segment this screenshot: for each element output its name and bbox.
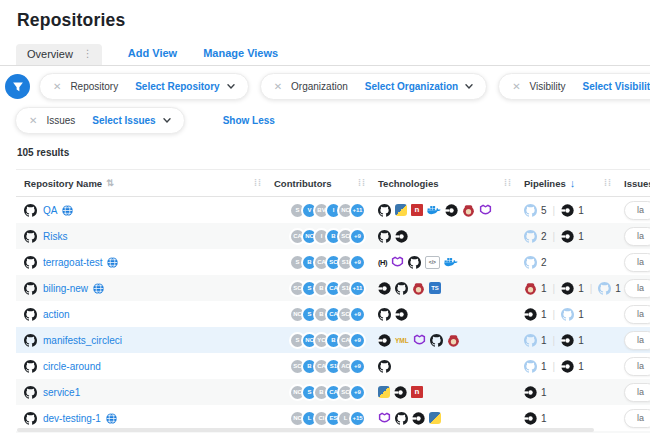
column-resize-handle[interactable]: ⁞⁞	[254, 178, 262, 188]
pipeline-separator: |	[590, 283, 593, 294]
issue-badge[interactable]: la	[624, 305, 650, 324]
pipeline-count: 1	[578, 309, 584, 320]
repo-link[interactable]: dev-testing-1	[43, 413, 101, 424]
filter-bar: ✕RepositorySelect Repository✕Organizatio…	[0, 66, 650, 134]
table-row[interactable]: actionNCSBCASC+91|1la	[16, 301, 650, 327]
repo-link[interactable]: circle-around	[43, 361, 101, 372]
horizontal-scrollbar[interactable]	[17, 428, 594, 432]
column-resize-handle[interactable]: ⁞⁞	[604, 178, 612, 188]
sort-icon[interactable]: ⇅	[106, 178, 114, 188]
remove-filter-icon[interactable]: ✕	[29, 115, 37, 126]
repo-link[interactable]: QA	[43, 205, 57, 216]
show-less-link[interactable]: Show Less	[223, 115, 275, 126]
table-row[interactable]: biling-newSCSBCAS1+11TS1|1|1la	[16, 275, 650, 301]
pipeline-entry: 1	[561, 282, 584, 295]
column-header-contrib[interactable]: Contributors⁞⁞	[266, 170, 370, 196]
yml-icon: YML	[395, 337, 409, 344]
pipeline-count: 1	[578, 205, 584, 216]
table-row[interactable]: terragoat-testSBCASCS1+9(H)</>2la	[16, 249, 650, 275]
technologies-cell	[370, 353, 516, 379]
column-resize-handle[interactable]: ⁞⁞	[358, 178, 366, 188]
remove-filter-icon[interactable]: ✕	[53, 81, 61, 92]
contributors-cell: SBCASCS1+9	[266, 249, 370, 275]
column-header-repo[interactable]: Repository Name⇅⁞⁞	[16, 170, 266, 196]
circleci-icon	[524, 386, 537, 399]
avatar-overflow: +9	[349, 254, 366, 271]
repositories-page: Repositories Overview ⋮ Add View Manage …	[0, 0, 650, 433]
issue-badge[interactable]: la	[624, 409, 650, 428]
pipelines-cell: 1	[516, 379, 616, 405]
avatar-stack: NCLCIESL+15	[274, 410, 370, 427]
table-row[interactable]: manifests_circleciSNCYCBCA+9YML1|1la	[16, 327, 650, 353]
issue-badge[interactable]: la	[624, 331, 650, 350]
avatar-overflow: +9	[349, 384, 366, 401]
pipeline-entry: 1	[524, 334, 547, 347]
technologies-cell: n	[370, 197, 516, 223]
chevron-down-icon[interactable]	[163, 118, 171, 123]
issues-cell: la	[616, 197, 650, 223]
filter-pill-organization: ✕OrganizationSelect Organization	[260, 73, 487, 100]
contributors-cell: NCSBCASC+9	[266, 379, 370, 405]
column-header-tech[interactable]: Technologies⁞⁞	[370, 170, 516, 196]
actions-icon	[524, 360, 537, 373]
tab-overview[interactable]: Overview ⋮	[16, 44, 102, 65]
pipeline-separator: |	[553, 309, 556, 320]
table-header: Repository Name⇅⁞⁞Contributors⁞⁞Technolo…	[16, 169, 650, 197]
column-header-pipe[interactable]: Pipelines↓⁞⁞	[516, 170, 616, 196]
avatar-overflow: +11	[349, 202, 366, 219]
avatar-stack: SBCASCS1+9	[274, 254, 370, 271]
circleci-icon	[561, 230, 574, 243]
chevron-down-icon[interactable]	[465, 84, 473, 89]
circleci-icon	[395, 230, 408, 243]
table-row[interactable]: service1NCSBCASC+9n1la	[16, 379, 650, 405]
travis-icon	[412, 282, 425, 295]
repo-cell: biling-new	[16, 275, 266, 301]
pipeline-separator: |	[553, 361, 556, 372]
repo-link[interactable]: action	[43, 309, 70, 320]
issue-badge[interactable]: la	[624, 227, 650, 246]
repo-link[interactable]: terragoat-test	[43, 257, 102, 268]
issue-badge[interactable]: la	[624, 279, 650, 298]
table-row[interactable]: RisksCANCIBSC+92|1la	[16, 223, 650, 249]
chevron-down-icon[interactable]	[227, 84, 235, 89]
filter-funnel-icon[interactable]	[5, 74, 30, 99]
filter-select[interactable]: Select Issues	[92, 115, 155, 126]
filter-select[interactable]: Select Organization	[365, 81, 458, 92]
repo-link[interactable]: manifests_circleci	[43, 335, 122, 346]
npm-icon: n	[411, 386, 423, 398]
manage-views-link[interactable]: Manage Views	[203, 47, 278, 65]
contributors-cell: SNCYCBCA+9	[266, 327, 370, 353]
table-row[interactable]: QASVBVINC+11n5|1la	[16, 197, 650, 223]
python-icon	[395, 204, 407, 216]
filter-select[interactable]: Select Visibility	[582, 81, 650, 92]
pipeline-entry: 1	[561, 230, 584, 243]
issue-badge[interactable]: la	[624, 357, 650, 376]
avatar-stack: CANCIBSC+9	[274, 228, 370, 245]
pipeline-count: 1	[578, 335, 584, 346]
table-row[interactable]: circle-aroundSCBCAS1AC+91|1la	[16, 353, 650, 379]
public-globe-icon	[106, 413, 117, 424]
issue-badge[interactable]: la	[624, 201, 650, 220]
actions-icon	[524, 204, 537, 217]
filter-label: Issues	[46, 115, 75, 126]
public-globe-icon	[107, 257, 118, 268]
issue-badge[interactable]: la	[624, 383, 650, 402]
github-icon	[24, 308, 37, 321]
shield-icon	[378, 412, 391, 425]
repo-link[interactable]: Risks	[43, 231, 67, 242]
pipeline-list: 2	[524, 256, 547, 269]
remove-filter-icon[interactable]: ✕	[274, 81, 282, 92]
column-header-issues[interactable]: Issues	[616, 170, 650, 196]
github-icon	[408, 256, 421, 269]
filter-select[interactable]: Select Repository	[135, 81, 219, 92]
repo-link[interactable]: service1	[43, 387, 80, 398]
repo-link[interactable]: biling-new	[43, 283, 88, 294]
filter-label: Organization	[291, 81, 348, 92]
pipeline-count: 1	[541, 335, 547, 346]
remove-filter-icon[interactable]: ✕	[512, 81, 520, 92]
sort-desc-icon[interactable]: ↓	[570, 177, 576, 189]
tab-menu-icon[interactable]: ⋮	[83, 49, 93, 59]
add-view-link[interactable]: Add View	[128, 47, 177, 65]
issue-badge[interactable]: la	[624, 253, 650, 272]
column-resize-handle[interactable]: ⁞⁞	[504, 178, 512, 188]
